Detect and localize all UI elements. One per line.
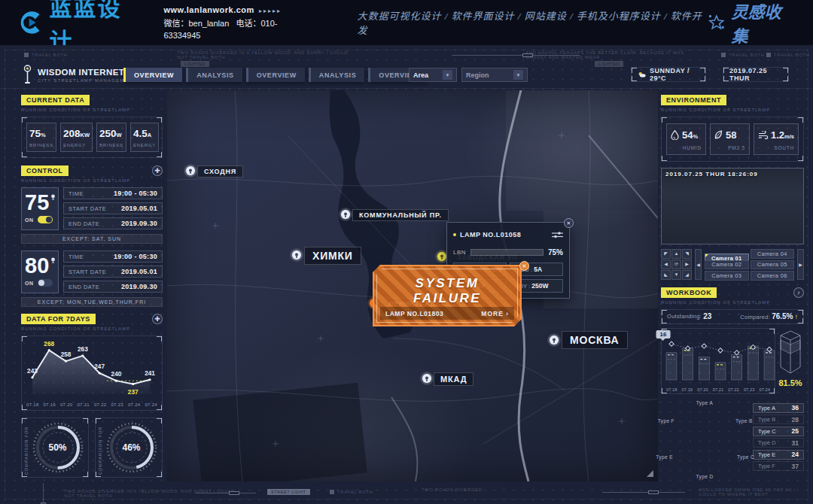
lamp-pin-icon — [552, 338, 556, 343]
power-toggle[interactable] — [38, 279, 53, 287]
stat-card-ampere: 4.5A ENERGY — [130, 123, 159, 152]
camera-next-button[interactable]: ▶ — [797, 249, 804, 280]
lamp-pin[interactable] — [420, 372, 434, 385]
bar-chart-frame: 16 07.1807.1907.2007.2107.2207.2307.24 — [661, 328, 775, 394]
svg-text:263: 263 — [78, 345, 88, 353]
close-icon[interactable]: ✕ — [519, 261, 529, 271]
pan-up-right-button[interactable]: ◥ — [682, 249, 692, 259]
map-label-mkad[interactable]: МКАД — [434, 372, 473, 386]
failure-title: SYSTEM FAILURE — [380, 276, 514, 306]
dashboard: TRAVEL BOTH TWO ROADS DIVERGED IN A YELL… — [0, 45, 813, 504]
except-bar: EXCEPT: MON,TUE,WED,THUR,FRI — [21, 297, 163, 307]
cube-indicator: 81.5% — [778, 328, 802, 394]
lamp-pin-icon — [294, 253, 299, 258]
camera-03-button[interactable]: Camera 03 — [705, 271, 749, 281]
panel-radar: Type A Type B Type C Type D Type E Type … — [661, 400, 804, 480]
tab-overview-2[interactable]: OVERVIEW — [246, 68, 305, 82]
more-link[interactable]: MORE › — [481, 310, 509, 317]
lamp-pin[interactable] — [339, 208, 352, 221]
expand-chart-button[interactable]: ✚ — [152, 314, 163, 324]
workbook-percent: 81.5% — [778, 378, 802, 387]
camera-05-button[interactable]: Camera 05 — [751, 260, 795, 270]
start-date-row: START DATE2019.05.01 — [63, 266, 163, 278]
camera-dpad: ◤ ▲ ◥ ◀ ⟳ ▶ ◣ ▼ ◢ — [661, 249, 692, 280]
deco-text: TWO ROADS DIVERGED IN A YELLOW WOOD, AND… — [177, 50, 350, 59]
type-row-d[interactable]: Type D31 — [753, 438, 804, 448]
services-text: 大数据可视化设计 / 软件界面设计 / 网站建设 / 手机及小程序设计 / 软件… — [357, 8, 707, 37]
compared-value: 76.5% — [772, 312, 793, 320]
checkbox-icon — [24, 53, 29, 57]
panel-badge: WORKBOOK — [661, 287, 717, 298]
add-schedule-button[interactable]: ✚ — [152, 165, 163, 176]
type-row-c[interactable]: Type C25 — [753, 427, 804, 436]
time-row: TIME19:00 - 05:30 — [63, 250, 163, 263]
line-chart-frame: 243268258263247240237241 07.1807.1907.20… — [21, 335, 163, 411]
map-label-kommunalny[interactable]: КОММУНАЛЬНЫЙ ПР. — [352, 209, 449, 221]
wechat-text: 微信：ben_lanlan — [163, 19, 229, 28]
except-bar: EXCEPT: SAT, SUN — [21, 234, 163, 244]
outstanding-value: 23 — [703, 312, 711, 320]
region-select[interactable]: Region▼ — [461, 68, 528, 82]
map-resize-corner[interactable] — [647, 470, 653, 477]
map-label-moskva[interactable]: МОСКВА — [562, 331, 628, 349]
pan-up-left-button[interactable]: ◤ — [661, 249, 671, 259]
panel-badge: CONTROL — [21, 165, 69, 176]
pan-down-left-button[interactable]: ◣ — [661, 270, 671, 280]
lamp-pin[interactable] — [184, 164, 197, 178]
camera-02-button[interactable]: Camera 02 — [705, 260, 749, 270]
tab-analysis-1[interactable]: ANALYSIS — [186, 68, 242, 82]
website-link[interactable]: www.lanlanwork.com — [163, 5, 254, 14]
gauge-value: 50% — [32, 421, 84, 474]
city-map[interactable]: СХОДНЯ КОММУНАЛЬНЫЙ ПР. ХИМКИ ЗАВОДСКАЯ … — [167, 90, 658, 481]
panel-current-data: CURRENT DATA RUNNING CONDITION OF STREET… — [21, 95, 163, 158]
svg-text:258: 258 — [61, 351, 72, 358]
top-banner: 蓝蓝设计 www.lanlanwork.com▸▸▸▸▸ 微信：ben_lanl… — [0, 0, 813, 45]
camera-feed: 2019.07.25 THUR 18:26:09 — [661, 168, 804, 244]
env-card-humid: 54% HUMID — [666, 123, 706, 155]
leaf-icon — [714, 130, 723, 140]
panel-workbook: WORKBOOK › RUNNING CONDITION OF STREETLA… — [661, 287, 804, 394]
map-label-khimki[interactable]: ХИМКИ — [304, 247, 361, 265]
failure-lamp-id: LAMP NO.L01803 — [385, 310, 443, 317]
stat-card-watt: 250W BRINESS — [96, 123, 126, 152]
pan-up-button[interactable]: ▲ — [671, 249, 681, 259]
panel-7days: DATA FOR 7DAYS ✚ RUNNING CONDITION OF ST… — [21, 314, 163, 411]
svg-text:247: 247 — [94, 363, 105, 370]
system-failure-popup: SYSTEM FAILURE LAMP NO.L01803 MORE › — [373, 265, 522, 326]
pan-left-button[interactable]: ◀ — [661, 260, 671, 269]
map-label-skhodnya[interactable]: СХОДНЯ — [197, 165, 243, 178]
close-icon[interactable]: ✕ — [564, 218, 574, 228]
tab-overview-1[interactable]: OVERVIEW — [123, 68, 182, 82]
chevron-down-icon[interactable]: ▼ — [443, 70, 452, 80]
env-card-pm25: 58 PM2.5 — [710, 123, 750, 155]
pan-down-right-button[interactable]: ◢ — [682, 270, 692, 280]
panel-environment: ENVIRONMENT RUNNING CONDITION OF STREETL… — [661, 95, 804, 162]
reset-view-button[interactable]: ⟳ — [671, 260, 681, 269]
power-toggle[interactable] — [38, 216, 53, 223]
lamp-pin[interactable] — [547, 333, 561, 347]
type-list: Type A36 Type B28 Type C25 Type D31 Type… — [753, 403, 804, 480]
collect-label: 灵感收集 — [731, 0, 796, 47]
area-select[interactable]: Area▼ — [409, 68, 457, 82]
deco-pill-streetlight: STREET LIGHT — [267, 489, 310, 495]
bar-chart-dates: 07.1807.1907.2007.2107.2207.2307.24 — [663, 387, 773, 392]
pan-down-button[interactable]: ▼ — [671, 270, 681, 280]
control-group-2: 80 ON TIME19:00 - 05:30 START DATE2019.0… — [21, 250, 163, 293]
lamp-pin-icon — [188, 169, 193, 174]
camera-06-button[interactable]: Camera 06 — [751, 271, 795, 281]
camera-prev-button[interactable]: ◀ — [695, 249, 702, 280]
deco-text: AND LOOKED DOWN ONE AS FAR AS I COULD TO… — [699, 487, 811, 496]
type-row-b[interactable]: Type B28 — [753, 414, 804, 424]
sliders-icon[interactable] — [552, 228, 563, 241]
chevron-down-icon[interactable]: ▼ — [513, 70, 523, 80]
workbook-next-button[interactable]: › — [793, 287, 804, 298]
comparison-gauges: COMPARISON FOR 50% COMPARISON FOR 46% — [21, 417, 163, 478]
type-row-f[interactable]: Type F37 — [753, 461, 804, 471]
lamp-pin[interactable] — [290, 248, 303, 262]
pan-right-button[interactable]: ▶ — [682, 260, 692, 269]
type-row-e[interactable]: Type E24 — [753, 450, 804, 460]
camera-04-button[interactable]: Camera 04 — [751, 249, 795, 259]
tab-analysis-2[interactable]: ANALYSIS — [309, 68, 364, 82]
type-row-a[interactable]: Type A36 — [753, 403, 804, 413]
cube-icon — [779, 328, 802, 376]
